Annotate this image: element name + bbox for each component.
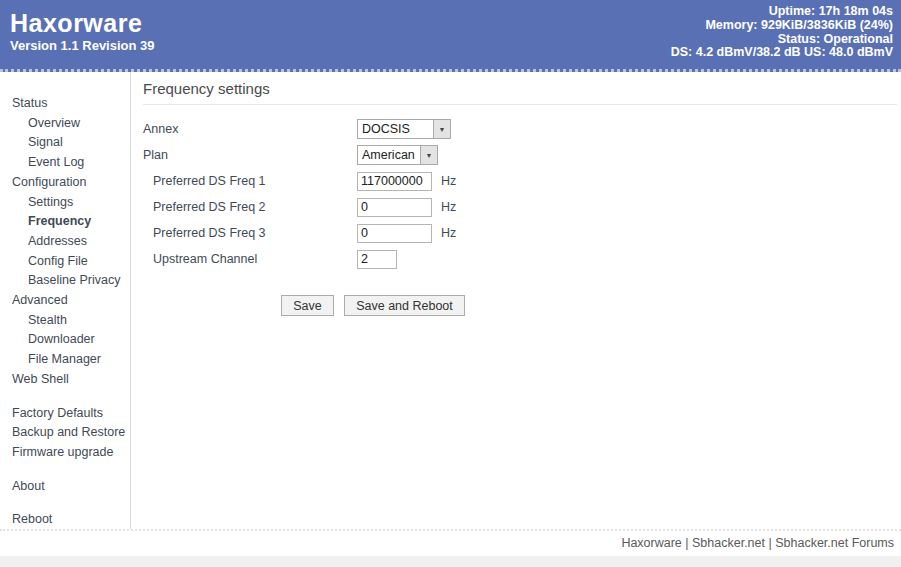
sidebar-item-backup-and-restore[interactable]: Backup and Restore <box>12 425 125 439</box>
upstream-channel-label: Upstream Channel <box>143 252 357 266</box>
uptime-stat: Uptime: 17h 18m 04s <box>671 5 893 19</box>
sidebar-item-reboot[interactable]: Reboot <box>12 512 52 526</box>
annex-select[interactable]: DOCSIS ▼ <box>357 119 451 139</box>
title-divider <box>143 104 897 105</box>
status-stat: Status: Operational <box>671 33 893 47</box>
preferred-ds-freq-1-input[interactable] <box>357 172 432 191</box>
annex-label: Annex <box>143 122 357 136</box>
hz-unit-label: Hz <box>441 226 456 240</box>
footer-link-sbhacker-forums[interactable]: Sbhacker.net Forums <box>775 536 894 550</box>
hz-unit-label: Hz <box>441 174 456 188</box>
sidebar-item-file-manager[interactable]: File Manager <box>28 352 101 366</box>
sidebar-item-config-file[interactable]: Config File <box>28 254 88 268</box>
plan-label: Plan <box>143 148 357 162</box>
frequency-form: Annex DOCSIS ▼ Plan American ▼ <box>143 119 897 316</box>
sidebar-item-event-log[interactable]: Event Log <box>28 155 84 169</box>
memory-stat: Memory: 929KiB/3836KiB (24%) <box>671 19 893 33</box>
sidebar-item-frequency[interactable]: Frequency <box>28 214 91 228</box>
sidebar-item-configuration[interactable]: Configuration <box>12 175 86 189</box>
footer-separator: | <box>765 536 775 550</box>
sidebar-item-settings[interactable]: Settings <box>28 195 73 209</box>
page-title: Frequency settings <box>143 79 897 104</box>
sidebar-item-overview[interactable]: Overview <box>28 116 80 130</box>
save-button[interactable]: Save <box>281 295 334 316</box>
app-title: Haxorware <box>10 10 155 36</box>
plan-select[interactable]: American ▼ <box>357 145 438 165</box>
upstream-channel-input[interactable] <box>357 250 397 269</box>
sidebar-item-downloader[interactable]: Downloader <box>28 332 95 346</box>
preferred-ds-freq-2-input[interactable] <box>357 198 432 217</box>
sidebar-item-baseline-privacy[interactable]: Baseline Privacy <box>28 273 120 287</box>
footer-separator: | <box>682 536 692 550</box>
sidebar-item-stealth[interactable]: Stealth <box>28 313 67 327</box>
sidebar-item-advanced[interactable]: Advanced <box>12 293 68 307</box>
form-buttons: Save Save and Reboot <box>143 295 603 316</box>
footer-link-haxorware[interactable]: Haxorware <box>621 536 681 550</box>
chevron-down-icon: ▼ <box>433 120 450 138</box>
sidebar-item-signal[interactable]: Signal <box>28 135 63 149</box>
preferred-ds-freq-2-label: Preferred DS Freq 2 <box>143 200 357 214</box>
sidebar-item-addresses[interactable]: Addresses <box>28 234 87 248</box>
save-and-reboot-button[interactable]: Save and Reboot <box>344 295 465 316</box>
chevron-down-icon: ▼ <box>420 146 437 164</box>
sidebar-item-web-shell[interactable]: Web Shell <box>12 372 69 386</box>
sidebar-nav: StatusOverviewSignalEvent LogConfigurati… <box>0 72 131 529</box>
header-stats: Uptime: 17h 18m 04s Memory: 929KiB/3836K… <box>671 5 893 60</box>
app-version: Version 1.1 Revision 39 <box>10 38 155 53</box>
hz-unit-label: Hz <box>441 200 456 214</box>
footer-links: Haxorware | Sbhacker.net | Sbhacker.net … <box>0 531 901 556</box>
sidebar-item-factory-defaults[interactable]: Factory Defaults <box>12 406 103 420</box>
preferred-ds-freq-3-label: Preferred DS Freq 3 <box>143 226 357 240</box>
signal-stat: DS: 4.2 dBmV/38.2 dB US: 48.0 dBmV <box>671 46 893 60</box>
main-panel: Frequency settings Annex DOCSIS ▼ Plan A… <box>131 72 901 529</box>
sidebar-item-about[interactable]: About <box>12 479 45 493</box>
header: Haxorware Version 1.1 Revision 39 Uptime… <box>0 0 901 72</box>
preferred-ds-freq-3-input[interactable] <box>357 224 432 243</box>
footer-link-sbhacker[interactable]: Sbhacker.net <box>692 536 765 550</box>
annex-select-value: DOCSIS <box>358 120 433 138</box>
plan-select-value: American <box>358 146 420 164</box>
footer-strip <box>0 556 901 567</box>
sidebar-item-firmware-upgrade[interactable]: Firmware upgrade <box>12 445 113 459</box>
sidebar-item-status[interactable]: Status <box>12 96 47 110</box>
preferred-ds-freq-1-label: Preferred DS Freq 1 <box>143 174 357 188</box>
